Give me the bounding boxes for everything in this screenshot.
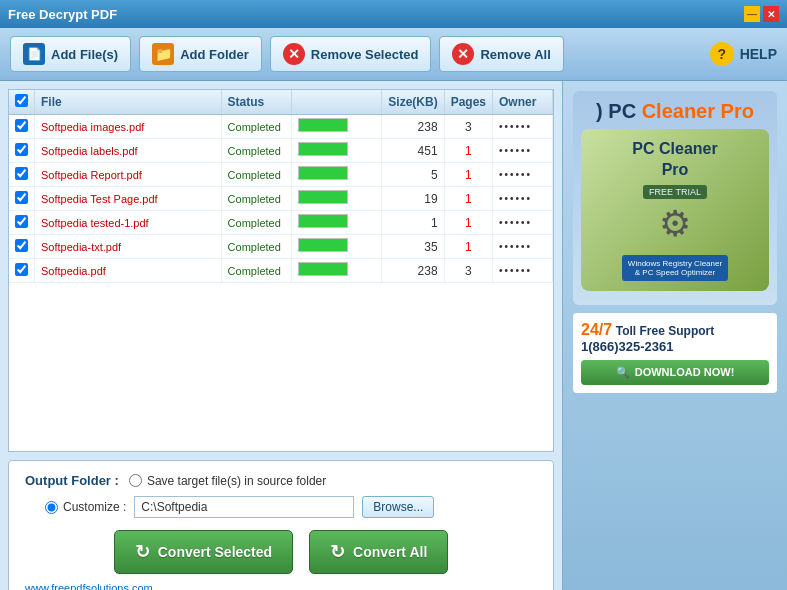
remove-all-button[interactable]: ✕ Remove All <box>439 36 563 72</box>
support-title-text: Toll Free Support <box>616 324 714 338</box>
browse-button[interactable]: Browse... <box>362 496 434 518</box>
row-owner-6: •••••• <box>493 259 553 283</box>
customize-radio[interactable] <box>45 501 58 514</box>
minimize-button[interactable]: — <box>744 6 760 22</box>
row-pages-2: 1 <box>444 163 492 187</box>
col-header-owner: Owner <box>493 90 553 115</box>
convert-selected-icon: ↻ <box>135 541 150 563</box>
output-section: Output Folder : Save target file(s) in s… <box>8 460 554 590</box>
convert-all-label: Convert All <box>353 544 427 560</box>
footer-link[interactable]: www.freepdfsolutions.com <box>25 582 537 590</box>
row-pages-3: 1 <box>444 187 492 211</box>
support-title: 24/7 Toll Free Support <box>581 321 769 339</box>
title-bar: Free Decrypt PDF — ✕ <box>0 0 787 28</box>
row-pages-5: 1 <box>444 235 492 259</box>
row-filename-2: Softpedia Report.pdf <box>35 163 222 187</box>
col-header-size: Size(KB) <box>382 90 444 115</box>
col-header-checkbox <box>9 90 35 115</box>
select-all-checkbox[interactable] <box>15 94 28 107</box>
row-status-3: Completed <box>221 187 291 211</box>
row-owner-5: •••••• <box>493 235 553 259</box>
convert-selected-button[interactable]: ↻ Convert Selected <box>114 530 293 574</box>
customize-row: Customize : Browse... <box>45 496 537 518</box>
remove-all-icon: ✕ <box>452 43 474 65</box>
customize-option[interactable]: Customize : <box>45 500 126 514</box>
table-row: Softpedia tested-1.pdf Completed 1 1 •••… <box>9 211 553 235</box>
convert-all-button[interactable]: ↻ Convert All <box>309 530 448 574</box>
convert-buttons-row: ↻ Convert Selected ↻ Convert All <box>25 530 537 574</box>
row-size-3: 19 <box>382 187 444 211</box>
convert-all-icon: ↻ <box>330 541 345 563</box>
row-progress-3 <box>291 187 382 211</box>
close-button[interactable]: ✕ <box>763 6 779 22</box>
help-button[interactable]: ? HELP <box>710 42 777 66</box>
window-controls: — ✕ <box>744 6 779 22</box>
row-owner-1: •••••• <box>493 139 553 163</box>
add-folder-icon: 📁 <box>152 43 174 65</box>
row-progress-6 <box>291 259 382 283</box>
customize-label: Customize : <box>63 500 126 514</box>
row-status-4: Completed <box>221 211 291 235</box>
pc-cleaner-label: PC CleanerPro <box>632 139 717 181</box>
windows-badge: Windows Registry Cleaner& PC Speed Optim… <box>622 255 728 281</box>
gear-icon: ⚙ <box>659 203 691 245</box>
row-filename-5: Softpedia-txt.pdf <box>35 235 222 259</box>
toolbar: 📄 Add File(s) 📁 Add Folder ✕ Remove Sele… <box>0 28 787 81</box>
row-progress-0 <box>291 115 382 139</box>
row-owner-4: •••••• <box>493 211 553 235</box>
table-row: Softpedia.pdf Completed 238 3 •••••• <box>9 259 553 283</box>
row-size-4: 1 <box>382 211 444 235</box>
support-247: 24/7 <box>581 321 612 338</box>
row-filename-1: Softpedia labels.pdf <box>35 139 222 163</box>
row-filename-4: Softpedia tested-1.pdf <box>35 211 222 235</box>
file-table-container: File Status Size(KB) Pages Owner Softped… <box>8 89 554 452</box>
row-status-1: Completed <box>221 139 291 163</box>
row-checkbox-0[interactable] <box>9 115 35 139</box>
row-pages-4: 1 <box>444 211 492 235</box>
add-folder-button[interactable]: 📁 Add Folder <box>139 36 262 72</box>
row-progress-4 <box>291 211 382 235</box>
ad-title: ) PC Cleaner Pro <box>581 99 769 123</box>
output-folder-row: Output Folder : Save target file(s) in s… <box>25 473 537 488</box>
remove-selected-button[interactable]: ✕ Remove Selected <box>270 36 432 72</box>
row-status-5: Completed <box>221 235 291 259</box>
col-header-pages: Pages <box>444 90 492 115</box>
file-table: File Status Size(KB) Pages Owner Softped… <box>9 90 553 283</box>
add-files-button[interactable]: 📄 Add File(s) <box>10 36 131 72</box>
right-panel-ad: ) PC Cleaner Pro PC CleanerPro FREE TRIA… <box>562 81 787 590</box>
convert-selected-label: Convert Selected <box>158 544 272 560</box>
row-pages-1: 1 <box>444 139 492 163</box>
row-size-0: 238 <box>382 115 444 139</box>
row-status-2: Completed <box>221 163 291 187</box>
row-size-5: 35 <box>382 235 444 259</box>
path-input[interactable] <box>134 496 354 518</box>
pc-cleaner-box: PC CleanerPro FREE TRIAL ⚙ Windows Regis… <box>581 129 769 291</box>
row-filename-6: Softpedia.pdf <box>35 259 222 283</box>
row-pages-0: 3 <box>444 115 492 139</box>
download-label: DOWNLOAD NOW! <box>635 366 735 378</box>
row-checkbox-2[interactable] <box>9 163 35 187</box>
row-checkbox-4[interactable] <box>9 211 35 235</box>
add-files-icon: 📄 <box>23 43 45 65</box>
download-now-button[interactable]: 🔍 DOWNLOAD NOW! <box>581 360 769 385</box>
table-row: Softpedia images.pdf Completed 238 3 •••… <box>9 115 553 139</box>
row-checkbox-5[interactable] <box>9 235 35 259</box>
row-owner-3: •••••• <box>493 187 553 211</box>
save-source-radio[interactable] <box>129 474 142 487</box>
row-pages-6: 3 <box>444 259 492 283</box>
col-header-progress <box>291 90 382 115</box>
add-folder-label: Add Folder <box>180 47 249 62</box>
row-checkbox-1[interactable] <box>9 139 35 163</box>
app-title: Free Decrypt PDF <box>8 7 117 22</box>
save-source-option[interactable]: Save target file(s) in source folder <box>129 474 326 488</box>
row-filename-0: Softpedia images.pdf <box>35 115 222 139</box>
row-status-6: Completed <box>221 259 291 283</box>
row-checkbox-3[interactable] <box>9 187 35 211</box>
ad-box: ) PC Cleaner Pro PC CleanerPro FREE TRIA… <box>573 91 777 305</box>
row-status-0: Completed <box>221 115 291 139</box>
free-trial-badge: FREE TRIAL <box>643 185 707 199</box>
row-checkbox-6[interactable] <box>9 259 35 283</box>
help-label: HELP <box>740 46 777 62</box>
output-folder-label: Output Folder : <box>25 473 119 488</box>
remove-selected-label: Remove Selected <box>311 47 419 62</box>
